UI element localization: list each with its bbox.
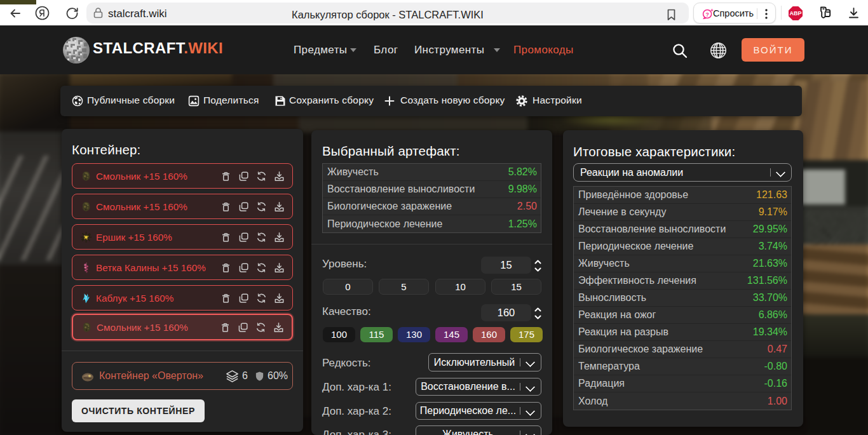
svg-text:?: ? (705, 11, 709, 18)
